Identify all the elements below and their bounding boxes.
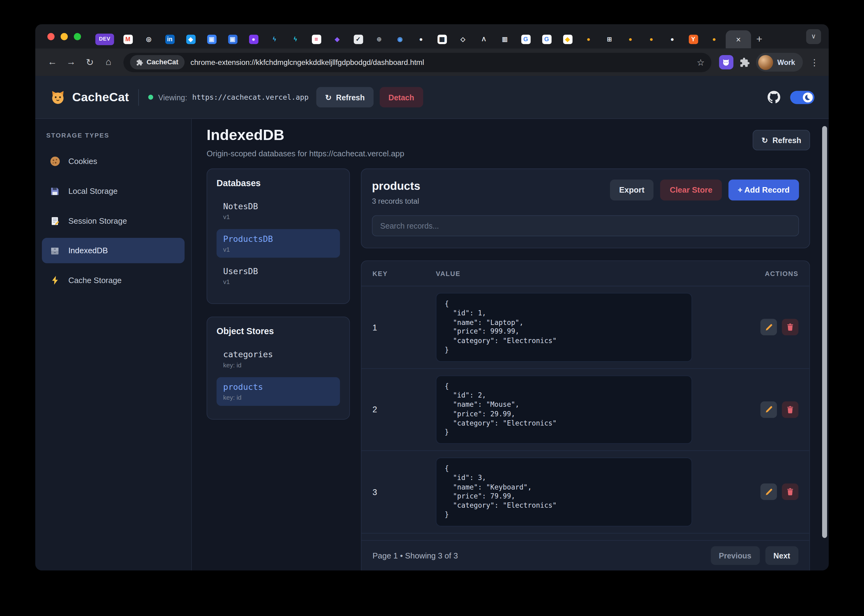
browser-tab[interactable]: DEV [92,30,117,49]
detach-button[interactable]: Detach [380,87,423,107]
browser-tab[interactable]: G [536,30,557,49]
zoom-window-button[interactable] [74,33,81,40]
browser-tab[interactable]: ● [578,30,599,49]
object-store-item[interactable]: categories key: id [216,345,340,373]
back-button[interactable]: ← [43,53,62,72]
delete-record-button[interactable] [782,484,798,500]
browser-tab[interactable]: Y [683,30,703,49]
browser-tab[interactable]: ● [662,30,683,49]
browser-tab[interactable]: ◆ [557,30,578,49]
home-button[interactable]: ⌂ [99,53,118,72]
database-item[interactable]: UsersDB v1 [216,262,340,290]
sidebar-item-local-storage[interactable]: Local Storage [42,178,184,204]
browser-tab[interactable]: ▣ [222,30,243,49]
close-tab-icon[interactable]: × [736,35,741,44]
sidebar-item-indexeddb[interactable]: IndexedDB [42,238,184,263]
browser-tab[interactable]: ● [620,30,641,49]
sidebar-item-session-storage[interactable]: Session Storage [42,208,184,233]
cookie-icon [49,156,61,167]
object-store-item[interactable]: products key: id [216,377,340,406]
extension-site-chip[interactable]: CacheCat [130,55,184,69]
pinned-extension-icon[interactable] [719,55,733,69]
database-item[interactable]: NotesDB v1 [216,196,340,225]
viewing-status: Viewing: https://cachecat.vercel.app [148,93,309,102]
browser-tab[interactable]: ⊕ [369,30,389,49]
object-store-key: key: id [223,394,333,401]
export-button[interactable]: Export [610,179,654,200]
tab-favicon: ● [646,35,656,44]
tabs: DEV M ◎ in ◆ ▣ ▣ ● [92,24,806,49]
tab-favicon: ▥ [500,35,509,44]
add-record-button[interactable]: + Add Record [728,179,799,200]
screen: DEV M ◎ in ◆ ▣ ▣ ● [0,0,864,616]
extensions-puzzle-icon[interactable] [739,57,750,68]
address-bar[interactable]: CacheCat chrome-extension://kkfchdmglcng… [123,53,711,72]
object-store-name: categories [223,350,333,359]
browser-tab[interactable]: ⊞ [599,30,620,49]
browser-tab[interactable]: ◉ [389,30,410,49]
main-refresh-label: Refresh [773,136,801,145]
edit-record-button[interactable] [760,484,777,500]
browser-tab[interactable]: ▣ [201,30,222,49]
browser-tab[interactable]: ✓ [348,30,369,49]
profile-button[interactable]: Work [756,53,803,72]
main-refresh-button[interactable]: ↻ Refresh [753,130,810,150]
browser-tab[interactable]: ϟ [264,30,285,49]
page-subtitle: Origin-scoped databases for https://cach… [207,149,404,158]
tab-favicon: G [542,35,551,44]
browser-tab[interactable]: G [515,30,536,49]
browser-tab[interactable]: ▦ [431,30,452,49]
previous-page-button[interactable]: Previous [711,546,760,565]
bookmark-star-icon[interactable]: ☆ [697,57,705,68]
browser-tab[interactable]: ◎ [138,30,159,49]
record-actions [760,319,798,336]
github-icon[interactable] [768,91,780,104]
browser-tab[interactable]: M [117,30,138,49]
tab-search-chevron-button[interactable]: ∨ [806,29,821,44]
reload-button[interactable]: ↻ [80,53,99,72]
browser-tab[interactable]: ◆ [180,30,201,49]
browser-tab[interactable]: ● [703,30,725,49]
browser-tab[interactable]: ◆ [327,30,348,49]
record-actions [760,401,798,418]
browser-tab[interactable]: ▥ [494,30,515,49]
right-column: products 3 records total Export Clear St… [361,169,810,570]
sidebar-item-cookies[interactable]: Cookies [42,149,184,174]
clear-store-button[interactable]: Clear Store [661,179,722,200]
sidebar-item-cache-storage[interactable]: Cache Storage [42,268,184,293]
browser-tab[interactable]: Λ [473,30,494,49]
forward-button[interactable]: → [61,53,80,72]
record-key: 3 [372,487,436,496]
edit-record-button[interactable] [760,401,777,418]
delete-record-button[interactable] [782,319,798,336]
browser-tab[interactable]: ● [243,30,264,49]
table-header: KEY VALUE ACTIONS [361,261,809,286]
browser-tab[interactable]: ≡ [306,30,327,49]
browser-tab[interactable]: ◇ [452,30,473,49]
refresh-icon: ↻ [325,93,332,102]
header-refresh-button[interactable]: ↻ Refresh [316,87,374,107]
database-name: UsersDB [223,266,333,276]
dark-mode-toggle[interactable] [790,90,814,104]
minimize-window-button[interactable] [61,33,68,40]
tab-favicon: Λ [479,35,488,44]
browser-menu-button[interactable]: ⋮ [809,57,820,68]
next-page-button[interactable]: Next [765,546,798,565]
browser-tab[interactable]: ● [410,30,431,49]
floppy-icon [49,185,61,197]
edit-record-button[interactable] [760,319,777,336]
database-item[interactable]: ProductsDB v1 [216,229,340,258]
tab-favicon: ● [416,35,426,44]
tab-favicon: ▦ [437,35,446,44]
browser-tab[interactable]: ϟ [285,30,306,49]
active-tab[interactable]: × [726,30,751,48]
database-version: v1 [223,246,333,253]
databases-panel-title: Databases [216,178,340,188]
delete-record-button[interactable] [782,401,798,418]
browser-tab[interactable]: in [159,30,180,49]
search-records-input[interactable] [372,215,799,236]
close-window-button[interactable] [47,33,55,40]
new-tab-button[interactable]: + [751,30,768,49]
page-scrollbar-thumb[interactable] [822,126,827,538]
browser-tab[interactable]: ● [641,30,662,49]
